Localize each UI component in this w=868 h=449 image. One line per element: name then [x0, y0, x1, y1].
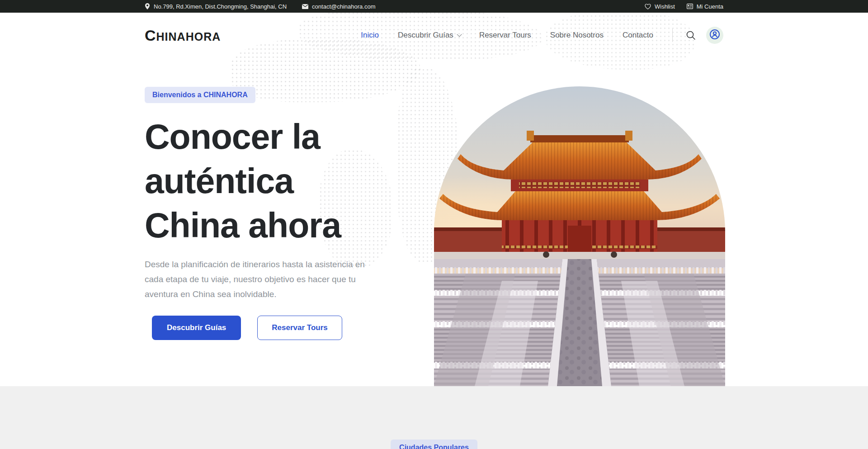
nav-item-descubrir-guias[interactable]: Descubrir Guías — [398, 31, 460, 40]
address-text: No.799, Rd.Ximen, Dist.Chongming, Shangh… — [154, 3, 287, 10]
nav-label: Contacto — [623, 31, 653, 40]
email-text: contact@chinahora.com — [312, 3, 375, 10]
search-icon[interactable] — [685, 30, 696, 41]
hero-title-line: auténtica — [145, 161, 293, 200]
main-header: CHINAHORA Inicio Descubrir Guías Reserva… — [0, 13, 868, 58]
nav-item-contacto[interactable]: Contacto — [623, 31, 653, 40]
nav-item-sobre-nosotros[interactable]: Sobre Nosotros — [550, 31, 604, 40]
account-link[interactable]: Mi Cuenta — [687, 3, 723, 10]
user-avatar-button[interactable] — [706, 27, 723, 44]
hero-description: Desde la planificación de itinerarios ha… — [145, 257, 384, 302]
address-item: No.799, Rd.Ximen, Dist.Chongming, Shangh… — [145, 3, 287, 10]
nav-label: Sobre Nosotros — [550, 31, 604, 40]
hero-title-line: Conocer la — [145, 117, 320, 156]
account-card-icon — [687, 4, 693, 9]
descubrir-guias-button[interactable]: Descubrir Guías — [152, 316, 241, 340]
page: No.799, Rd.Ximen, Dist.Chongming, Shangh… — [0, 0, 868, 449]
envelope-icon — [302, 4, 308, 9]
nav-item-reservar-tours[interactable]: Reservar Tours — [479, 31, 531, 40]
topbar: No.799, Rd.Ximen, Dist.Chongming, Shangh… — [0, 0, 868, 13]
chevron-down-icon — [457, 32, 462, 37]
wishlist-label: Wishlist — [655, 3, 675, 10]
location-pin-icon — [145, 3, 150, 9]
popular-cities-section: Ciudades Populares — [0, 386, 868, 449]
hero-section: Bienvenidos a CHINAHORA Conocer la autén… — [0, 58, 868, 340]
email-item[interactable]: contact@chinahora.com — [302, 3, 375, 10]
nav-label: Inicio — [361, 31, 379, 40]
reservar-tours-button[interactable]: Reservar Tours — [257, 316, 342, 340]
user-avatar-icon — [709, 28, 721, 42]
hero-badge: Bienvenidos a CHINAHORA — [145, 87, 255, 103]
wishlist-link[interactable]: Wishlist — [645, 3, 675, 10]
nav-label: Reservar Tours — [479, 31, 531, 40]
heart-icon — [645, 4, 651, 9]
nav-label: Descubrir Guías — [398, 31, 453, 40]
account-label: Mi Cuenta — [697, 3, 723, 10]
header-divider — [672, 28, 673, 42]
hero-title: Conocer la auténtica China ahora — [145, 115, 723, 247]
nav-item-inicio[interactable]: Inicio — [361, 31, 379, 40]
main-nav: Inicio Descubrir Guías Reservar Tours So… — [361, 31, 653, 40]
site-logo[interactable]: CHINAHORA — [145, 27, 221, 44]
hero-title-line: China ahora — [145, 206, 341, 245]
section-badge: Ciudades Populares — [391, 440, 477, 449]
